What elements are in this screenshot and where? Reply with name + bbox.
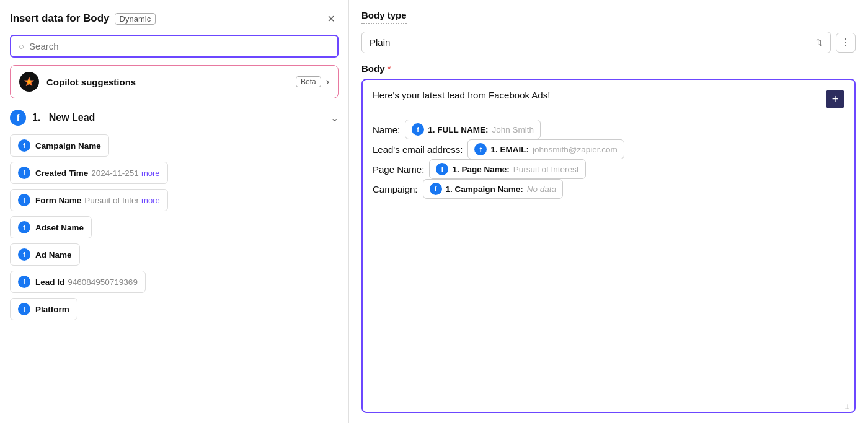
body-field-row: Campaign:f1. Campaign Name:No data [373, 179, 844, 199]
field-chip-fb-icon: f [436, 163, 448, 175]
list-item[interactable]: fPlatform [10, 298, 78, 320]
list-item[interactable]: fAd Name [10, 243, 80, 266]
dynamic-badge: Dynamic [115, 13, 156, 25]
field-chip-name: 1. Page Name: [452, 165, 509, 174]
left-panel: Insert data for Body Dynamic × ○ Copilot… [0, 0, 349, 423]
search-box: ○ [10, 35, 339, 58]
field-chip-value: Pursuit of Interest [513, 165, 579, 174]
item-label: Campaign Name [35, 141, 101, 150]
fb-item-icon: f [18, 194, 30, 206]
item-label: Platform [35, 305, 69, 314]
body-label-row: Body * [361, 63, 856, 74]
fb-section-icon: f [10, 110, 26, 126]
copilot-icon [19, 72, 39, 92]
body-content-area[interactable]: Here's your latest lead from Facebook Ad… [361, 79, 856, 413]
item-value: 946084950719369 [68, 277, 138, 287]
add-content-button[interactable]: + [826, 90, 844, 108]
field-chip-name: 1. Campaign Name: [446, 185, 523, 194]
item-value: Pursuit of Inter [84, 196, 139, 205]
search-icon: ○ [19, 41, 24, 51]
right-panel: Body type Plain ⇅ ⋮ Body * Here's your l… [349, 0, 868, 423]
field-chip[interactable]: f1. FULL NAME:John Smith [405, 120, 541, 139]
close-button[interactable]: × [324, 11, 339, 26]
field-chip-fb-icon: f [474, 143, 487, 155]
list-item[interactable]: fCampaign Name [10, 134, 109, 157]
fb-item-icon: f [18, 248, 30, 261]
field-prefix: Name: [373, 124, 400, 135]
fb-item-icon: f [18, 303, 30, 315]
item-more-link[interactable]: more [141, 196, 160, 205]
field-chip[interactable]: f1. Campaign Name:No data [423, 179, 564, 199]
body-fields: Name:f1. FULL NAME:John SmithLead's emai… [373, 120, 844, 199]
required-star: * [388, 63, 391, 74]
resize-handle[interactable]: ⟂ [845, 403, 852, 410]
body-field-row: Page Name:f1. Page Name:Pursuit of Inter… [373, 159, 844, 179]
item-label: Adset Name [35, 223, 84, 232]
list-item[interactable]: fForm Name Pursuit of Intermore [10, 189, 168, 211]
item-label: Lead Id [35, 277, 64, 287]
section-chevron-icon[interactable]: ⌄ [330, 112, 339, 124]
body-field-row: Name:f1. FULL NAME:John Smith [373, 120, 844, 139]
body-type-label: Body type [361, 10, 407, 24]
field-chip[interactable]: f1. Page Name:Pursuit of Interest [429, 159, 585, 179]
copilot-row[interactable]: Copilot suggestions Beta › [10, 65, 339, 98]
field-chip-value: John Smith [492, 125, 534, 134]
list-item[interactable]: fLead Id 946084950719369 [10, 271, 146, 293]
field-chip-value: No data [527, 185, 556, 194]
field-prefix: Lead's email address: [373, 144, 463, 155]
items-list: fCampaign NamefCreated Time 2024-11-251m… [10, 134, 339, 423]
panel-title-group: Insert data for Body Dynamic [10, 12, 156, 25]
search-input[interactable] [29, 41, 330, 51]
section-header: f 1. New Lead ⌄ [10, 110, 339, 126]
copilot-chevron-icon: › [326, 76, 329, 87]
list-item[interactable]: fAdset Name [10, 216, 92, 238]
list-item[interactable]: fCreated Time 2024-11-251more [10, 162, 168, 184]
field-prefix: Campaign: [373, 184, 418, 194]
body-field-row: Lead's email address:f1. EMAIL:johnsmith… [373, 139, 844, 159]
more-options-button[interactable]: ⋮ [836, 33, 856, 53]
item-label: Ad Name [35, 250, 72, 259]
field-prefix: Page Name: [373, 164, 424, 175]
item-value: 2024-11-251 [91, 168, 139, 178]
body-intro-row: Here's your latest lead from Facebook Ad… [373, 90, 844, 108]
field-chip-fb-icon: f [430, 183, 442, 195]
plain-select-value: Plain [370, 37, 390, 48]
plain-select[interactable]: Plain ⇅ [361, 32, 831, 53]
fb-item-icon: f [18, 221, 30, 233]
body-label: Body [361, 63, 385, 74]
section-number: 1. New Lead [32, 112, 330, 123]
field-chip-value: johnsmith@zapier.com [533, 145, 618, 154]
field-chip-fb-icon: f [412, 123, 424, 136]
item-more-link[interactable]: more [141, 168, 160, 178]
copilot-label: Copilot suggestions [46, 77, 291, 87]
svg-point-1 [27, 80, 31, 84]
select-arrows-icon: ⇅ [816, 38, 823, 47]
fb-item-icon: f [18, 276, 30, 288]
fb-item-icon: f [18, 167, 30, 179]
body-content-inner: Here's your latest lead from Facebook Ad… [373, 90, 844, 199]
plain-select-row: Plain ⇅ ⋮ [361, 32, 856, 53]
body-intro-text: Here's your latest lead from Facebook Ad… [373, 90, 550, 100]
item-label: Form Name [35, 196, 81, 205]
field-chip[interactable]: f1. EMAIL:johnsmith@zapier.com [467, 139, 624, 159]
fb-item-icon: f [18, 139, 30, 152]
field-chip-name: 1. FULL NAME: [428, 125, 488, 134]
field-chip-name: 1. EMAIL: [490, 145, 529, 154]
item-label: Created Time [35, 168, 88, 178]
panel-header: Insert data for Body Dynamic × [10, 11, 339, 26]
beta-badge: Beta [296, 76, 321, 87]
panel-title: Insert data for Body [10, 12, 110, 25]
